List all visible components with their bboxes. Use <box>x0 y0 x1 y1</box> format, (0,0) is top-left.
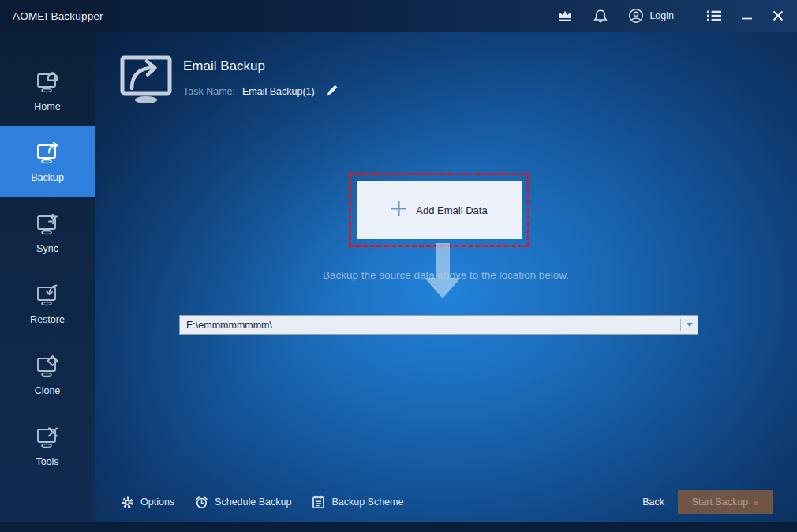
login-label: Login <box>649 10 674 21</box>
sidebar-item-home[interactable]: Home <box>0 55 95 126</box>
sidebar-item-clone[interactable]: Clone <box>0 339 95 410</box>
pencil-icon <box>326 84 339 99</box>
back-button[interactable]: Back <box>642 496 664 508</box>
sync-monitor-icon <box>34 212 61 236</box>
app-title: AOMEI Backupper <box>13 10 103 22</box>
sidebar-item-label: Tools <box>36 456 58 467</box>
upgrade-button[interactable] <box>547 0 583 32</box>
backup-monitor-icon <box>34 141 61 165</box>
sidebar-item-restore[interactable]: Restore <box>0 268 95 339</box>
task-name-row: Task Name: Email Backup(1) <box>183 84 339 99</box>
window-bottom-edge <box>0 522 797 532</box>
schedule-backup-label: Schedule Backup <box>215 496 291 508</box>
edit-task-name-button[interactable] <box>326 84 339 99</box>
main-content: Email Backup Task Name: Email Backup(1) … <box>95 32 797 532</box>
flow-hint-text: Backup the source data above to the loca… <box>95 269 797 281</box>
footer-toolbar: Options Schedule Backup Backup Scheme Ba… <box>121 490 773 514</box>
sidebar-item-label: Sync <box>36 243 58 254</box>
destination-combobox <box>179 315 698 335</box>
bell-icon <box>593 9 608 24</box>
home-monitor-icon <box>34 70 61 94</box>
clone-monitor-icon <box>34 354 61 378</box>
add-email-data-label: Add Email Data <box>416 204 487 216</box>
chevron-down-icon <box>687 323 693 327</box>
list-menu-icon <box>707 10 721 21</box>
email-backup-icon <box>120 55 175 109</box>
close-button[interactable] <box>762 0 794 32</box>
page-title: Email Backup <box>183 58 265 74</box>
start-backup-label: Start Backup <box>692 496 749 508</box>
destination-path-input[interactable] <box>180 316 680 334</box>
sidebar-item-label: Clone <box>35 385 61 396</box>
sidebar-item-label: Home <box>34 101 60 112</box>
sidebar-item-label: Restore <box>30 314 65 325</box>
sidebar: Home Backup Sy <box>0 32 95 532</box>
menu-button[interactable] <box>697 0 732 32</box>
login-button[interactable]: Login <box>618 0 684 32</box>
titlebar-actions: Login <box>547 0 794 32</box>
schedule-backup-button[interactable]: Schedule Backup <box>195 496 291 509</box>
sidebar-item-tools[interactable]: Tools <box>0 410 95 481</box>
task-name-value: Email Backup(1) <box>242 86 315 97</box>
minimize-icon <box>742 11 752 21</box>
backup-scheme-label: Backup Scheme <box>331 496 403 508</box>
sidebar-item-label: Backup <box>31 172 64 183</box>
tools-monitor-icon <box>34 425 61 449</box>
add-email-data-button[interactable]: Add Email Data <box>357 181 522 239</box>
sidebar-item-backup[interactable]: Backup <box>0 126 95 197</box>
restore-monitor-icon <box>34 283 61 307</box>
double-chevron-icon: » <box>753 496 758 508</box>
title-bar: AOMEI Backupper Login <box>0 0 797 32</box>
crown-icon <box>557 9 573 22</box>
sidebar-nav: Home Backup Sy <box>0 32 95 481</box>
task-name-label: Task Name: <box>183 86 235 97</box>
alarm-clock-icon <box>195 496 208 509</box>
highlight-annotation: Add Email Data <box>349 173 529 247</box>
notifications-button[interactable] <box>583 0 618 32</box>
plus-icon <box>391 200 407 219</box>
backup-scheme-button[interactable]: Backup Scheme <box>312 495 403 509</box>
destination-dropdown-button[interactable] <box>681 316 698 334</box>
gear-icon <box>121 496 134 509</box>
user-icon <box>628 8 644 24</box>
close-icon <box>773 10 784 21</box>
options-button[interactable]: Options <box>121 496 174 509</box>
start-backup-button[interactable]: Start Backup » <box>678 490 773 514</box>
scheme-clipboard-icon <box>312 495 325 509</box>
minimize-button[interactable] <box>732 0 762 32</box>
sidebar-item-sync[interactable]: Sync <box>0 197 95 268</box>
options-label: Options <box>140 496 174 508</box>
